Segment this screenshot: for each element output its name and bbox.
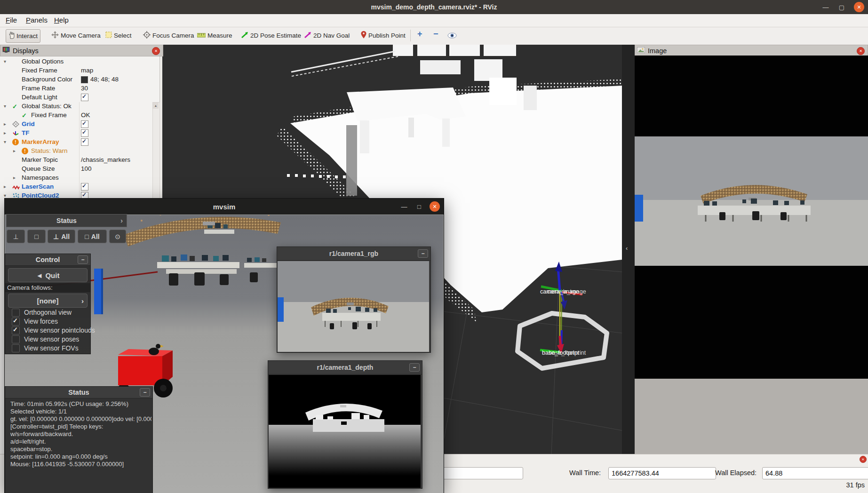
expander-icon[interactable]: ▾ xyxy=(4,139,6,144)
mvsim-titlebar[interactable]: mvsim — □ ✕ xyxy=(5,199,444,215)
row-value[interactable]: 100 xyxy=(81,165,92,172)
status-panel-header[interactable]: Status − xyxy=(5,387,152,398)
wall-time-field[interactable]: 1664277583.44 xyxy=(608,467,716,479)
clock-icon: ⊙ xyxy=(115,233,120,240)
row-background-color[interactable]: Background Color 48; 48; 48 xyxy=(0,75,151,84)
close-icon[interactable]: ✕ xyxy=(860,456,867,463)
expander-icon[interactable]: ▸ xyxy=(13,148,16,153)
displays-panel-header[interactable]: Displays ✕ xyxy=(0,45,163,56)
restore-all-windows-button[interactable]: □All xyxy=(78,230,107,243)
close-icon[interactable]: ✕ xyxy=(854,2,864,12)
row-frame-rate[interactable]: Frame Rate 30 xyxy=(0,84,151,93)
expander-icon[interactable]: ▸ xyxy=(4,184,6,189)
wall-elapsed-field[interactable]: 64.88 xyxy=(762,467,868,479)
checkbox[interactable]: ✓ xyxy=(81,183,88,191)
zoom-in-button[interactable]: + xyxy=(415,28,425,40)
row-value[interactable]: 30 xyxy=(81,85,88,92)
row-status-warn[interactable]: ▸ ! Status: Warn xyxy=(0,147,151,156)
nav-goal-button[interactable]: 2D Nav Goal xyxy=(302,29,352,42)
interact-button[interactable]: Interact xyxy=(6,29,40,43)
row-laser-scan[interactable]: ▸ LaserScan ✓ xyxy=(0,183,151,191)
tf-label-base-echo: base_footprint xyxy=(549,350,586,356)
camera-rgb-window[interactable]: r1/camera1_rgb − xyxy=(277,246,431,353)
camera-rgb-titlebar[interactable]: r1/camera1_rgb − xyxy=(277,247,430,261)
view-sensor-poses-checkbox[interactable] xyxy=(12,335,20,343)
mvsim-window: mvsim — □ ✕ xyxy=(4,198,444,493)
view-sensor-fovs-checkbox[interactable] xyxy=(12,344,20,352)
option-label: View sensor FOVs xyxy=(24,344,79,352)
row-label: Namespaces xyxy=(22,174,59,181)
close-icon[interactable]: ✕ xyxy=(152,47,160,55)
maximize-icon[interactable]: □ xyxy=(414,201,425,212)
minimize-icon[interactable]: — xyxy=(820,2,831,12)
expander-icon[interactable]: ▸ xyxy=(4,121,6,127)
expander-icon[interactable]: ▸ xyxy=(13,175,16,180)
camera-follows-select[interactable]: [none] › xyxy=(8,294,88,308)
checkbox[interactable]: ✓ xyxy=(81,94,88,101)
checkbox[interactable]: ✓ xyxy=(81,120,88,128)
row-grid[interactable]: ▸ Grid ✓ xyxy=(0,120,151,129)
chevron-right-icon: › xyxy=(120,217,123,224)
menu-panels[interactable]: Panels xyxy=(26,16,48,24)
time-button[interactable]: ⊙ xyxy=(109,230,126,243)
row-global-options[interactable]: ▾ Global Options xyxy=(0,57,151,66)
publish-point-button[interactable]: Publish Point xyxy=(358,29,408,42)
restore-button[interactable]: □ xyxy=(27,230,46,243)
back-arrow-icon: ◄ xyxy=(36,271,43,279)
minimize-icon[interactable]: — xyxy=(398,201,410,212)
expander-icon[interactable]: ▸ xyxy=(4,130,6,135)
move-camera-button[interactable]: Move Camera xyxy=(49,29,103,42)
control-panel-header[interactable]: Control − xyxy=(5,254,90,266)
maximize-icon[interactable]: ▢ xyxy=(836,2,847,12)
collapse-icon[interactable]: − xyxy=(140,388,150,397)
select-button[interactable]: Select xyxy=(103,29,134,42)
view-forces-checkbox[interactable]: ✓ xyxy=(12,318,20,326)
laser-scan-icon xyxy=(12,183,20,191)
scroll-up-icon[interactable]: ▲ xyxy=(153,103,159,109)
collapse-icon[interactable]: − xyxy=(418,249,428,258)
view-sensor-pointclouds-checkbox[interactable]: ✓ xyxy=(12,326,20,334)
row-marker-array[interactable]: ▾ ! MarkerArray ✓ xyxy=(0,138,151,147)
visibility-button[interactable] xyxy=(445,30,459,42)
camera-depth-titlebar[interactable]: r1/camera1_depth − xyxy=(268,361,422,374)
row-queue-size[interactable]: Queue Size 100 xyxy=(0,165,151,174)
row-fixed-frame-ok[interactable]: ✓ Fixed Frame OK xyxy=(0,111,151,120)
panel-splitter[interactable]: ‹ xyxy=(622,45,635,454)
row-global-status[interactable]: ▾ ✓ Global Status: Ok xyxy=(0,102,151,111)
quit-button[interactable]: ◄ Quit xyxy=(8,268,88,282)
camera-rgb-title: r1/camera1_rgb xyxy=(329,250,378,257)
row-tf[interactable]: ▸ TF ✓ xyxy=(0,129,151,138)
measure-button[interactable]: Measure xyxy=(195,29,235,42)
checkbox[interactable]: ✓ xyxy=(81,138,88,146)
expander-icon[interactable]: ▾ xyxy=(4,103,6,109)
focus-camera-button[interactable]: Focus Camera xyxy=(141,29,197,42)
row-label: Global Options xyxy=(22,58,64,65)
camera-follows-row: Camera follows: xyxy=(5,283,90,292)
pose-estimate-button[interactable]: 2D Pose Estimate xyxy=(239,29,303,42)
minimize-all-windows-button[interactable]: ⊥All xyxy=(48,230,75,243)
view-options: Orthogonal view ✓ View forces ✓ View sen… xyxy=(5,307,90,354)
row-value[interactable]: map xyxy=(81,67,93,74)
menu-file[interactable]: File xyxy=(6,16,17,24)
expander-icon[interactable]: ▾ xyxy=(4,193,6,198)
row-default-light[interactable]: Default Light ✓ xyxy=(0,93,151,102)
image-panel-header[interactable]: Image ✕ xyxy=(635,45,868,56)
row-value[interactable]: /chassis_markers xyxy=(81,156,130,163)
row-marker-topic[interactable]: Marker Topic /chassis_markers xyxy=(0,156,151,165)
camera-depth-window[interactable]: r1/camera1_depth − xyxy=(268,360,422,489)
collapse-icon[interactable]: − xyxy=(78,255,88,264)
menu-help[interactable]: Help xyxy=(54,16,69,24)
row-fixed-frame[interactable]: Fixed Frame map xyxy=(0,66,151,75)
close-icon[interactable]: ✕ xyxy=(857,47,865,55)
row-value[interactable]: 48; 48; 48 xyxy=(90,76,119,83)
collapse-icon[interactable]: − xyxy=(409,363,420,372)
mvsim-status-menu[interactable]: Status › xyxy=(6,214,127,227)
expander-icon[interactable]: ▾ xyxy=(4,59,6,64)
close-icon[interactable]: ✕ xyxy=(430,201,440,212)
orthogonal-view-checkbox[interactable] xyxy=(12,309,20,317)
checkbox[interactable]: ✓ xyxy=(81,129,88,137)
minimize-all-button[interactable]: ⊥ xyxy=(7,230,25,243)
zoom-out-button[interactable]: − xyxy=(431,28,441,40)
collapse-chevron-icon[interactable]: ‹ xyxy=(626,245,628,252)
row-namespaces[interactable]: ▸ Namespaces xyxy=(0,174,151,183)
